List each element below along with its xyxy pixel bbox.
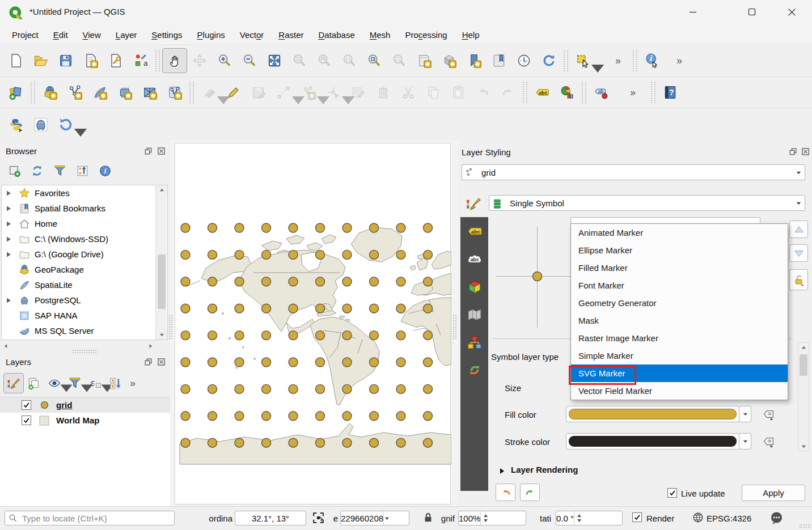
- open-data-source-manager-icon[interactable]: [3, 80, 28, 105]
- symbology-tab-icon[interactable]: [465, 195, 483, 212]
- menu-edit[interactable]: Edit: [46, 28, 75, 42]
- spinner-arrows[interactable]: [480, 511, 490, 525]
- menu-database[interactable]: Database: [311, 28, 362, 42]
- menu-option-font-marker[interactable]: Font Marker: [571, 277, 788, 294]
- style-undo-button[interactable]: [496, 484, 515, 501]
- locate-search[interactable]: [5, 511, 175, 525]
- splitter-right-handle[interactable]: [453, 315, 456, 339]
- open-project-icon[interactable]: [28, 48, 53, 73]
- fill-color-dropdown[interactable]: [739, 406, 751, 422]
- menu-option-filled-marker[interactable]: Filled Marker: [571, 259, 788, 277]
- menu-processing[interactable]: Processing: [397, 28, 454, 42]
- browser-item-spatialite[interactable]: SpatiaLite: [2, 277, 167, 292]
- toolbar-overflow-icon[interactable]: »: [673, 55, 686, 67]
- menu-option-ellipse-marker[interactable]: Ellipse Marker: [571, 241, 788, 259]
- filter-legend-icon[interactable]: [65, 373, 85, 393]
- tab-diagrams[interactable]: [460, 328, 488, 356]
- toolbar-overflow-icon[interactable]: »: [611, 55, 625, 67]
- new-shapefile-layer-icon[interactable]: [62, 80, 87, 105]
- scroll-up-icon[interactable]: [156, 185, 167, 195]
- layer-labeling-icon[interactable]: abc: [530, 80, 555, 105]
- expand-collapse-all-icon[interactable]: [105, 373, 126, 393]
- messages-icon[interactable]: [769, 510, 784, 527]
- layer-name-label[interactable]: grid: [56, 400, 72, 410]
- menu-settings[interactable]: Settings: [144, 28, 189, 42]
- browser-item-ms-sql-server[interactable]: MS SQL Server: [2, 323, 167, 338]
- maximize-button[interactable]: [739, 0, 765, 24]
- menu-raster[interactable]: Raster: [271, 28, 311, 42]
- styling-layer-select[interactable]: grid: [462, 164, 805, 180]
- chevron-down-icon[interactable]: [100, 381, 105, 385]
- show-layout-manager-icon[interactable]: [103, 48, 128, 73]
- style-manager-icon[interactable]: a: [128, 48, 153, 73]
- new-gpx-layer-icon[interactable]: [162, 80, 187, 105]
- layer-rendering-expander-icon[interactable]: [498, 467, 505, 476]
- move-symbol-down-button[interactable]: [789, 244, 808, 262]
- tab-3d-view[interactable]: [460, 273, 488, 300]
- browser-properties-icon[interactable]: i: [96, 162, 113, 179]
- vertex-tool-icon[interactable]: [321, 80, 346, 105]
- scroll-left-icon[interactable]: [1, 341, 11, 351]
- browser-add-layer-icon[interactable]: [6, 162, 23, 179]
- expand-arrow-icon[interactable]: [6, 250, 15, 259]
- browser-vscrollbar[interactable]: [155, 185, 167, 340]
- browser-close-icon[interactable]: [157, 146, 166, 155]
- menu-layer[interactable]: Layer: [108, 28, 145, 42]
- browser-refresh-icon[interactable]: [28, 162, 45, 179]
- new-print-layout-icon[interactable]: [78, 48, 103, 73]
- layer-visibility-checkbox[interactable]: [22, 415, 31, 425]
- cut-features-icon[interactable]: [396, 80, 421, 105]
- extents-icon[interactable]: [311, 511, 325, 527]
- processing-refresh-icon[interactable]: [53, 112, 78, 137]
- render-checkbox[interactable]: [632, 512, 642, 522]
- zoom-in-icon[interactable]: [212, 48, 237, 73]
- stroke-color-dropdown[interactable]: [739, 433, 751, 450]
- toolbar-overflow-icon[interactable]: »: [626, 87, 640, 99]
- scale-combo[interactable]: 229660208: [340, 511, 409, 525]
- chevron-down-icon[interactable]: [590, 61, 595, 65]
- undo-icon[interactable]: [471, 80, 496, 105]
- scroll-thumb[interactable]: [800, 354, 807, 376]
- scroll-right-icon[interactable]: [146, 341, 155, 351]
- tab-labels[interactable]: abc: [460, 217, 488, 245]
- delete-selected-icon[interactable]: [371, 80, 396, 105]
- magnifier-spinbox[interactable]: 100%: [458, 511, 526, 525]
- digitize-with-segment-icon[interactable]: [271, 80, 296, 105]
- pin-labels-icon[interactable]: ab: [589, 80, 614, 105]
- crs-globe-icon[interactable]: [692, 511, 704, 525]
- layer-row-grid[interactable]: grid: [0, 397, 170, 413]
- menu-option-raster-image-marker[interactable]: Raster Image Marker: [571, 329, 788, 347]
- zoom-native-icon[interactable]: 1:1: [337, 48, 362, 73]
- add-circular-string-icon[interactable]: [296, 80, 321, 105]
- new-spatialite-layer-icon[interactable]: [87, 80, 112, 105]
- expand-arrow-icon[interactable]: [6, 235, 15, 244]
- current-edits-icon[interactable]: [196, 80, 221, 105]
- python-console-icon[interactable]: [3, 112, 28, 137]
- filter-expression-icon[interactable]: ε: [85, 373, 105, 393]
- crs-label[interactable]: EPSG:4326: [707, 514, 751, 523]
- save-layer-edits-icon[interactable]: [246, 80, 271, 105]
- styling-close-icon[interactable]: [801, 147, 810, 156]
- new-mesh-layer-icon[interactable]: [137, 80, 162, 105]
- toggle-editing-icon[interactable]: [221, 80, 246, 105]
- copy-features-icon[interactable]: [421, 80, 446, 105]
- chevron-down-icon[interactable]: [73, 125, 78, 129]
- browser-item-geopackage[interactable]: GeoPackage: [2, 262, 167, 277]
- minimize-button[interactable]: [680, 0, 706, 24]
- new-3d-map-view-icon[interactable]: [437, 48, 462, 73]
- lock-colors-button[interactable]: [789, 269, 808, 290]
- menu-option-vector-field-marker[interactable]: Vector Field Marker: [571, 382, 788, 400]
- new-virtual-layer-icon[interactable]: [112, 80, 137, 105]
- menu-vector[interactable]: Vector: [232, 28, 272, 42]
- temporal-controller-icon[interactable]: [511, 48, 536, 73]
- dock-splitter-handle[interactable]: [73, 350, 96, 353]
- rotation-spinbox[interactable]: 0.0 °: [556, 511, 623, 525]
- browser-item-favorites[interactable]: Favorites: [2, 185, 167, 201]
- expand-arrow-icon[interactable]: [6, 219, 15, 228]
- menu-mesh[interactable]: Mesh: [362, 28, 398, 42]
- splitter-left-handle[interactable]: [169, 315, 172, 339]
- zoom-last-icon[interactable]: [362, 48, 387, 73]
- browser-item-home[interactable]: Home: [2, 216, 167, 231]
- stroke-data-defined-override[interactable]: [760, 434, 778, 449]
- expand-arrow-icon[interactable]: [6, 189, 15, 198]
